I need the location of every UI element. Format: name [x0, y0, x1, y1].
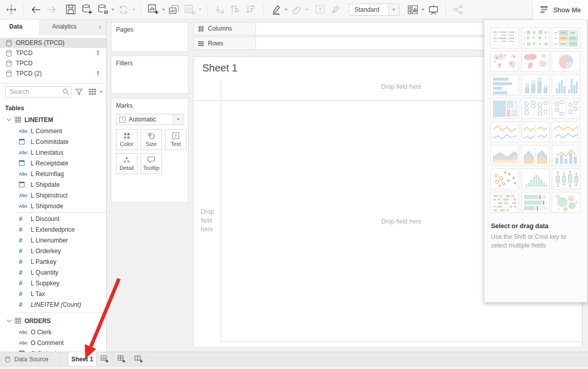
fix-axes-pin-icon[interactable]: [330, 3, 342, 16]
sheet-tab-active[interactable]: Sheet 1: [68, 352, 97, 366]
showme-circle-views-thumbnail[interactable]: [521, 98, 550, 119]
fit-selector-caret[interactable]: [388, 4, 399, 15]
new-worksheet-tab-button[interactable]: [97, 352, 113, 366]
showme-continuous-lines-thumbnail[interactable]: [490, 121, 519, 142]
save-button[interactable]: [64, 3, 77, 16]
field-row[interactable]: L Comment: [0, 126, 106, 136]
drop-zone-rows[interactable]: Drop field here: [201, 208, 219, 234]
field-row[interactable]: L Receiptdate: [0, 158, 106, 168]
data-source-item[interactable]: ORDERS (TPCD) !: [0, 38, 106, 48]
swap-rows-columns-button[interactable]: [213, 3, 226, 16]
field-row[interactable]: L Extendedprice: [0, 224, 106, 235]
showme-text-table-thumbnail[interactable]: [490, 28, 519, 48]
showme-filled-map-thumbnail[interactable]: [521, 51, 550, 72]
show-me-button[interactable]: Show Me: [532, 0, 588, 19]
new-worksheet-button[interactable]: [147, 3, 159, 16]
showme-dual-lines-thumbnail[interactable]: [552, 121, 580, 142]
showme-histogram-thumbnail[interactable]: [521, 168, 550, 189]
data-source-item[interactable]: TPCD !: [0, 58, 106, 68]
show-mark-labels-button[interactable]: T: [314, 3, 326, 16]
view-options-icon[interactable]: [89, 89, 97, 95]
search-input[interactable]: [5, 86, 72, 97]
table-header-lineitem[interactable]: LINEITEM: [0, 114, 106, 126]
new-worksheet-dropdown[interactable]: [162, 9, 165, 11]
tooltip-button[interactable]: Tooltip: [140, 153, 162, 174]
showme-treemap-thumbnail[interactable]: [490, 98, 519, 119]
run-auto-updates-dropdown[interactable]: [132, 9, 135, 11]
new-dashboard-tab-button[interactable]: [113, 352, 130, 366]
sort-ascending-button[interactable]: [229, 3, 242, 16]
showme-heat-map-thumbnail[interactable]: [521, 28, 550, 48]
detail-button[interactable]: Detail: [116, 153, 137, 174]
show-hide-cards-dropdown[interactable]: [421, 9, 425, 11]
data-source-item[interactable]: TPCD !: [0, 48, 106, 58]
field-row[interactable]: L Linestatus: [0, 147, 106, 158]
fit-selector[interactable]: Standard: [349, 4, 399, 16]
pause-auto-updates-dropdown[interactable]: [111, 9, 114, 11]
field-row[interactable]: L Suppkey: [0, 278, 106, 288]
pause-auto-updates-button[interactable]: [96, 3, 109, 16]
new-story-tab-button[interactable]: [130, 352, 147, 366]
showme-bullet-graph-thumbnail[interactable]: [521, 192, 550, 213]
highlight-button[interactable]: [269, 3, 282, 16]
new-data-source-button[interactable]: [80, 3, 93, 16]
show-hide-cards-button[interactable]: [406, 3, 419, 16]
clear-sheet-dropdown[interactable]: [199, 9, 202, 11]
showme-dual-combination-thumbnail[interactable]: [552, 145, 580, 166]
field-row[interactable]: O Clerk: [0, 327, 106, 337]
mark-type-dropdown[interactable]: T Automatic: [116, 114, 183, 125]
showme-gantt-thumbnail[interactable]: [490, 192, 519, 213]
share-workbook-button[interactable]: [452, 3, 464, 16]
highlight-dropdown[interactable]: [285, 9, 288, 11]
field-row[interactable]: L Shipdate: [0, 179, 106, 190]
showme-box-and-whisker-thumbnail[interactable]: [552, 168, 580, 189]
field-row[interactable]: L Quantity: [0, 267, 106, 278]
run-auto-updates-button[interactable]: [117, 3, 130, 16]
field-row[interactable]: L Shipmode: [0, 201, 106, 211]
showme-discrete-area-thumbnail[interactable]: [521, 145, 550, 166]
tab-analytics[interactable]: Analytics: [40, 19, 94, 34]
clear-sheet-button[interactable]: [183, 3, 196, 16]
showme-side-by-side-circles-thumbnail[interactable]: [552, 98, 580, 119]
field-row[interactable]: LINEITEM (Count): [0, 299, 106, 310]
showme-highlight-table-thumbnail[interactable]: [552, 28, 580, 48]
field-row[interactable]: L Shipinstruct: [0, 190, 106, 201]
showme-scatter-plot-thumbnail[interactable]: [490, 168, 519, 189]
presentation-mode-button[interactable]: [427, 3, 440, 16]
view-options-dropdown[interactable]: [100, 91, 103, 93]
showme-side-by-side-bars-thumbnail[interactable]: [552, 75, 580, 95]
text-button[interactable]: T Text: [165, 129, 186, 150]
field-row[interactable]: O Orderdate: [0, 348, 106, 352]
filters-shelf[interactable]: Filters: [111, 56, 189, 94]
mark-type-caret[interactable]: [173, 114, 183, 125]
showme-discrete-lines-thumbnail[interactable]: [521, 121, 550, 142]
filter-fields-icon[interactable]: [75, 88, 83, 95]
data-source-item[interactable]: TPCD (2) !: [0, 68, 106, 79]
field-row[interactable]: L Tax: [0, 288, 106, 299]
collapse-pane-icon[interactable]: ‹: [94, 19, 106, 34]
group-members-button[interactable]: [290, 3, 303, 16]
showme-packed-bubbles-thumbnail[interactable]: [552, 192, 580, 213]
sort-descending-button[interactable]: [245, 3, 257, 16]
field-row[interactable]: L Discount: [0, 213, 106, 224]
table-header-orders[interactable]: ORDERS: [0, 315, 106, 327]
rows-shelf[interactable]: Rows: [193, 37, 484, 50]
undo-button[interactable]: [29, 3, 42, 16]
size-button[interactable]: Size: [140, 129, 162, 150]
pages-shelf[interactable]: Pages: [111, 22, 189, 52]
showme-stacked-bars-thumbnail[interactable]: [521, 75, 550, 95]
columns-shelf[interactable]: Columns: [193, 22, 484, 35]
showme-symbol-map-thumbnail[interactable]: [490, 51, 519, 72]
tab-data[interactable]: Data: [0, 19, 40, 35]
redo-button[interactable]: [45, 3, 58, 16]
field-row[interactable]: L Returnflag: [0, 168, 106, 179]
showme-horizontal-bars-thumbnail[interactable]: [490, 75, 519, 95]
data-source-tab[interactable]: Data Source: [0, 352, 60, 366]
field-row[interactable]: L Commitdate: [0, 136, 106, 147]
showme-pie-chart-thumbnail[interactable]: [552, 51, 580, 72]
field-row[interactable]: L Linenumber: [0, 235, 106, 245]
field-row[interactable]: L Orderkey: [0, 245, 106, 256]
group-members-dropdown[interactable]: [305, 9, 309, 11]
color-button[interactable]: Color: [116, 129, 137, 150]
field-row[interactable]: O Comment: [0, 337, 106, 348]
